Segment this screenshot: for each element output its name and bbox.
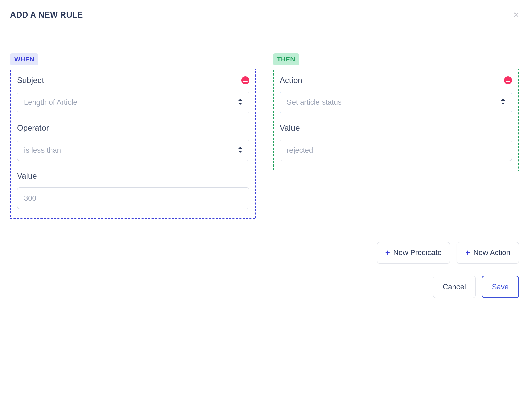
when-value-input[interactable] — [17, 187, 249, 209]
when-badge: WHEN — [10, 53, 38, 65]
remove-action-button[interactable] — [504, 76, 512, 84]
plus-icon: + — [465, 249, 470, 257]
remove-predicate-button[interactable] — [241, 76, 249, 84]
then-panel: Action Set article status Value — [273, 69, 519, 171]
new-action-button[interactable]: + New Action — [457, 242, 519, 264]
minus-icon — [243, 78, 248, 83]
close-button[interactable]: × — [513, 10, 519, 20]
subject-label: Subject — [17, 76, 44, 85]
then-badge: THEN — [273, 53, 299, 65]
svg-rect-1 — [506, 81, 510, 82]
svg-rect-0 — [243, 81, 248, 82]
then-value-input[interactable] — [280, 140, 512, 161]
action-label: Action — [280, 76, 302, 85]
cancel-button[interactable]: Cancel — [433, 276, 475, 298]
when-value-label: Value — [17, 171, 37, 181]
new-action-label: New Action — [473, 248, 510, 257]
close-icon: × — [513, 9, 519, 20]
when-panel: Subject Length of Article Opera — [10, 69, 256, 219]
operator-select[interactable]: is less than — [17, 140, 249, 161]
new-predicate-label: New Predicate — [393, 248, 442, 257]
then-value-label: Value — [280, 123, 300, 133]
plus-icon: + — [385, 249, 390, 257]
operator-label: Operator — [17, 123, 49, 133]
subject-select[interactable]: Length of Article — [17, 92, 249, 113]
page-title: ADD A NEW RULE — [10, 10, 83, 20]
minus-icon — [506, 78, 510, 83]
action-select[interactable]: Set article status — [280, 92, 512, 113]
then-column: THEN Action Set article status — [273, 53, 519, 219]
new-predicate-button[interactable]: + New Predicate — [377, 242, 450, 264]
when-column: WHEN Subject Length of Article — [10, 53, 256, 219]
save-button[interactable]: Save — [482, 276, 519, 298]
